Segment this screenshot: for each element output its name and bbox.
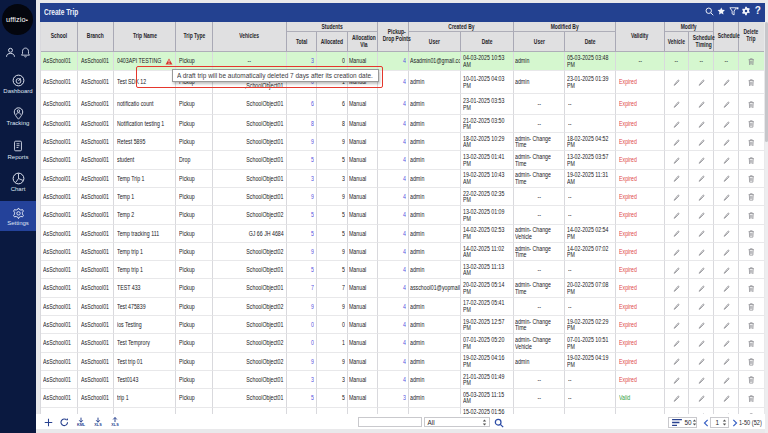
svg-text:XLS: XLS xyxy=(94,423,102,426)
svg-text:XLS: XLS xyxy=(111,423,119,426)
svg-text:KML: KML xyxy=(77,423,86,426)
